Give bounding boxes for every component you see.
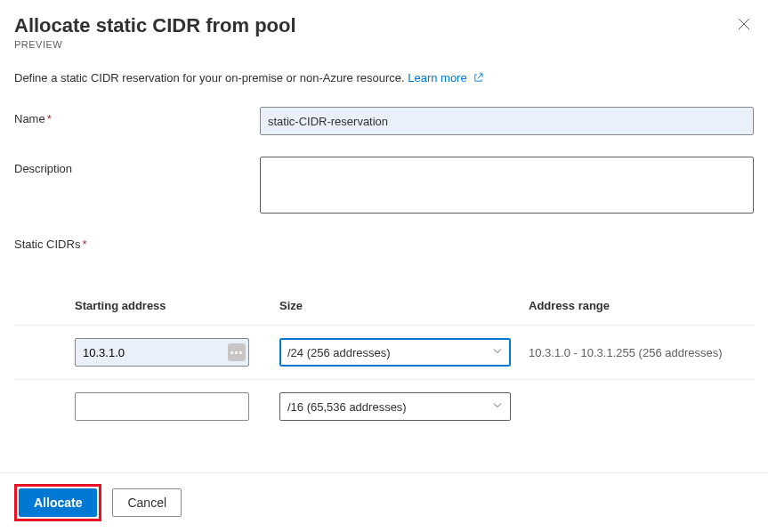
starting-address-input[interactable] <box>75 392 249 421</box>
learn-more-link[interactable]: Learn more <box>408 71 483 85</box>
col-header-starting-address: Starting address <box>75 299 279 312</box>
cidr-table: Starting address Size Address range ••• <box>14 286 754 433</box>
size-select-value: /24 (256 addresses) <box>287 346 391 359</box>
panel-header: Allocate static CIDR from pool PREVIEW <box>14 14 754 50</box>
page-title: Allocate static CIDR from pool <box>14 14 296 37</box>
allocate-cidr-panel: Allocate static CIDR from pool PREVIEW D… <box>0 0 768 532</box>
col-header-address-range: Address range <box>529 299 754 312</box>
address-range-value: 10.3.1.0 - 10.3.1.255 (256 addresses) <box>529 346 754 359</box>
cidr-table-header: Starting address Size Address range <box>14 286 754 326</box>
starting-address-input[interactable] <box>75 338 249 367</box>
chevron-down-icon <box>492 400 503 414</box>
name-input[interactable] <box>260 107 754 135</box>
description-label: Description <box>14 157 260 175</box>
description-input[interactable] <box>260 157 754 214</box>
tutorial-highlight: Allocate <box>14 484 101 521</box>
name-row: Name* <box>14 107 754 135</box>
form: Name* Description Static CIDRs* Starting… <box>14 107 754 433</box>
more-options-button[interactable]: ••• <box>228 343 246 361</box>
required-mark: * <box>47 112 52 125</box>
external-link-icon <box>473 72 483 85</box>
size-select[interactable]: /16 (65,536 addresses) <box>279 392 511 421</box>
size-select[interactable]: /24 (256 addresses) <box>279 338 511 367</box>
ellipsis-icon: ••• <box>230 348 244 358</box>
size-select-value: /16 (65,536 addresses) <box>287 400 407 414</box>
learn-more-label: Learn more <box>408 71 466 85</box>
required-mark: * <box>82 238 86 251</box>
cancel-button[interactable]: Cancel <box>112 488 182 517</box>
chevron-down-icon <box>492 346 503 359</box>
footer-bar: Allocate Cancel <box>0 472 768 532</box>
name-label: Name* <box>14 107 260 125</box>
close-button[interactable] <box>734 14 754 34</box>
allocate-button[interactable]: Allocate <box>19 488 97 517</box>
intro-text: Define a static CIDR reservation for you… <box>14 71 754 85</box>
static-cidrs-label: Static CIDRs* <box>14 238 754 251</box>
table-row: /16 (65,536 addresses) <box>14 380 754 433</box>
preview-badge: PREVIEW <box>14 39 296 50</box>
description-row: Description <box>14 157 754 216</box>
intro-sentence: Define a static CIDR reservation for you… <box>14 71 405 85</box>
col-header-size: Size <box>279 299 529 312</box>
close-icon <box>738 18 750 30</box>
table-row: ••• /24 (256 addresses) 10.3.1.0 - 10.3.… <box>14 326 754 380</box>
